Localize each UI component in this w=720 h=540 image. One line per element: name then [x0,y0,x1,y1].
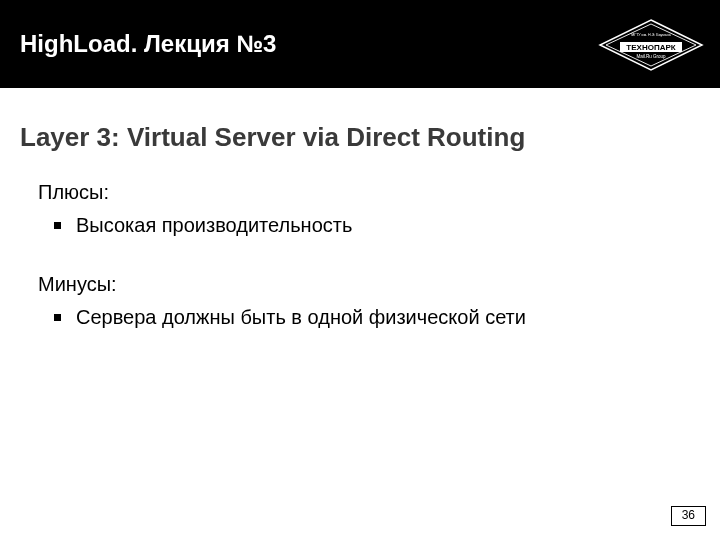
header-bar: HighLoad. Лекция №3 МГТУ им. Н.Э. Бауман… [0,0,720,88]
list-item: Сервера должны быть в одной физической с… [54,304,692,331]
svg-text:МГТУ им. Н.Э. Баумана: МГТУ им. Н.Э. Баумана [631,33,671,37]
technopark-logo: МГТУ им. Н.Э. Баумана ТЕХНОПАРК Mail.Ru … [596,18,706,72]
logo-text: ТЕХНОПАРК [626,43,675,52]
pros-label: Плюсы: [38,181,692,204]
slide: HighLoad. Лекция №3 МГТУ им. Н.Э. Бауман… [0,0,720,540]
cons-list: Сервера должны быть в одной физической с… [54,304,692,331]
content-area: Layer 3: Virtual Server via Direct Routi… [0,88,720,331]
pros-list: Высокая производительность [54,212,692,239]
list-item: Высокая производительность [54,212,692,239]
slide-title: Layer 3: Virtual Server via Direct Routi… [20,122,692,153]
page-number: 36 [671,506,706,526]
logo-subtext: Mail.Ru Group [636,54,666,59]
header-title: HighLoad. Лекция №3 [20,30,276,58]
cons-label: Минусы: [38,273,692,296]
